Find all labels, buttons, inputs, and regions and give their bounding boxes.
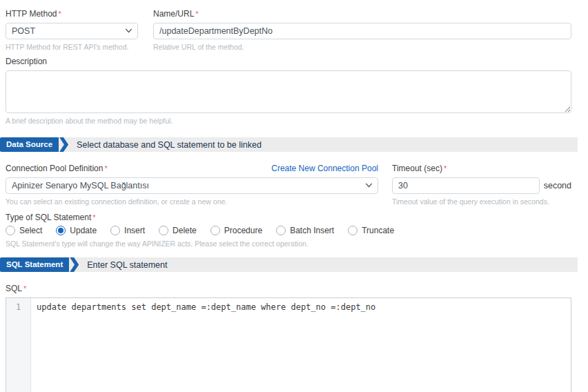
radio-batch-insert[interactable] (276, 226, 286, 235)
editor-code-area[interactable]: update departments set dept_name =:dept_… (31, 298, 571, 392)
sql-label: SQL* (6, 284, 571, 293)
radio-procedure[interactable] (210, 226, 220, 235)
method-form-page: HTTP Method* POST HTTP Method for REST A… (0, 0, 588, 392)
sql-label-text: SQL (6, 284, 22, 293)
required-asterisk: * (92, 213, 95, 222)
description-help: A brief description about the method may… (6, 117, 571, 125)
radio-option-update[interactable]: Update (56, 226, 97, 235)
radio-option-batch-insert[interactable]: Batch Insert (276, 226, 334, 235)
create-new-connection-pool-link[interactable]: Create New Connection Pool (271, 164, 378, 173)
radio-option-truncate[interactable]: Truncate (348, 226, 394, 235)
radio-option-select[interactable]: Select (6, 226, 42, 235)
data-source-section-bar: Data Source Select database and SQL stat… (0, 137, 578, 152)
sql-statement-section-bar: SQL Statement Enter SQL statement (0, 257, 578, 272)
connection-pool-label-text: Connection Pool Definition (6, 164, 103, 173)
description-label: Description (6, 57, 571, 66)
radio-label-procedure: Procedure (224, 226, 262, 235)
radio-insert[interactable] (110, 226, 120, 235)
required-asterisk: * (23, 284, 26, 293)
name-url-label: Name/URL* (153, 9, 571, 19)
timeout-label: Timeout (sec)* (392, 164, 571, 173)
radio-option-delete[interactable]: Delete (159, 226, 197, 235)
description-field: Description A brief description about th… (6, 57, 571, 125)
timeout-help: Timeout value of the query execution in … (392, 197, 571, 206)
name-url-field: Name/URL* Relative URL of the method. (153, 9, 571, 51)
timeout-label-text: Timeout (sec) (392, 164, 442, 173)
http-method-select[interactable]: POST (6, 23, 138, 39)
name-url-help: Relative URL of the method. (153, 43, 571, 51)
sql-statement-badge: SQL Statement (0, 257, 69, 272)
required-asterisk: * (444, 164, 447, 173)
connection-pool-label-row: Connection Pool Definition* Create New C… (6, 164, 378, 173)
name-url-input[interactable] (153, 23, 571, 39)
radio-label-select: Select (19, 226, 42, 235)
sql-type-help: SQL Statement's type will change the way… (6, 239, 571, 248)
radio-label-delete: Delete (173, 226, 197, 235)
timeout-field: Timeout (sec)* second Timeout value of t… (392, 164, 571, 206)
timeout-input[interactable] (392, 177, 540, 194)
required-asterisk: * (58, 10, 61, 18)
sql-type-label-text: Type of SQL Statement (6, 213, 91, 222)
sql-type-radio-group: Select Update Insert Delete Procedure Ba… (6, 224, 571, 237)
radio-update[interactable] (56, 226, 66, 235)
sql-type-label: Type of SQL Statement* (6, 213, 571, 222)
radio-label-truncate: Truncate (362, 226, 394, 235)
radio-label-batch-insert: Batch Insert (290, 226, 334, 235)
name-url-label-text: Name/URL (153, 9, 194, 19)
connection-pool-select-wrap: Apinizer Senaryo MySQL Bağlantısı (6, 177, 378, 194)
timeout-input-row: second (392, 177, 571, 194)
http-method-label-text: HTTP Method (6, 9, 57, 19)
http-method-field: HTTP Method* POST HTTP Method for REST A… (6, 9, 138, 51)
http-method-label: HTTP Method* (6, 9, 138, 19)
radio-delete[interactable] (159, 226, 168, 235)
radio-select[interactable] (6, 226, 15, 235)
http-method-help: HTTP Method for REST API's method. (6, 43, 138, 51)
http-method-select-wrap: POST (6, 23, 138, 39)
sql-code-editor[interactable]: 1 update departments set dept_name =:dep… (6, 297, 571, 392)
data-source-subtitle: Select database and SQL statement to be … (77, 140, 262, 150)
radio-truncate[interactable] (348, 226, 357, 235)
connection-pool-select[interactable]: Apinizer Senaryo MySQL Bağlantısı (6, 177, 378, 194)
sql-editor-field: SQL* 1 update departments set dept_name … (6, 284, 571, 392)
connection-pool-field: Connection Pool Definition* Create New C… (6, 164, 378, 206)
editor-line-number-gutter: 1 (6, 298, 31, 392)
data-source-badge: Data Source (0, 137, 59, 152)
radio-label-update: Update (70, 226, 97, 235)
radio-option-procedure[interactable]: Procedure (210, 226, 262, 235)
connection-pool-help: You can select an existing connection de… (6, 197, 378, 206)
sql-type-field: Type of SQL Statement* Select Update Ins… (6, 213, 571, 248)
required-asterisk: * (195, 10, 198, 18)
radio-option-insert[interactable]: Insert (110, 226, 145, 235)
badge-arrow-icon (59, 137, 68, 152)
timeout-suffix: second (544, 181, 571, 190)
badge-arrow-icon (70, 257, 79, 272)
required-asterisk: * (104, 164, 107, 173)
radio-label-insert: Insert (124, 226, 145, 235)
connection-row: Connection Pool Definition* Create New C… (6, 164, 571, 206)
description-textarea[interactable] (6, 70, 571, 113)
sql-statement-subtitle: Enter SQL statement (87, 260, 167, 270)
top-fields-row: HTTP Method* POST HTTP Method for REST A… (6, 9, 571, 51)
connection-pool-label: Connection Pool Definition* (6, 164, 108, 173)
